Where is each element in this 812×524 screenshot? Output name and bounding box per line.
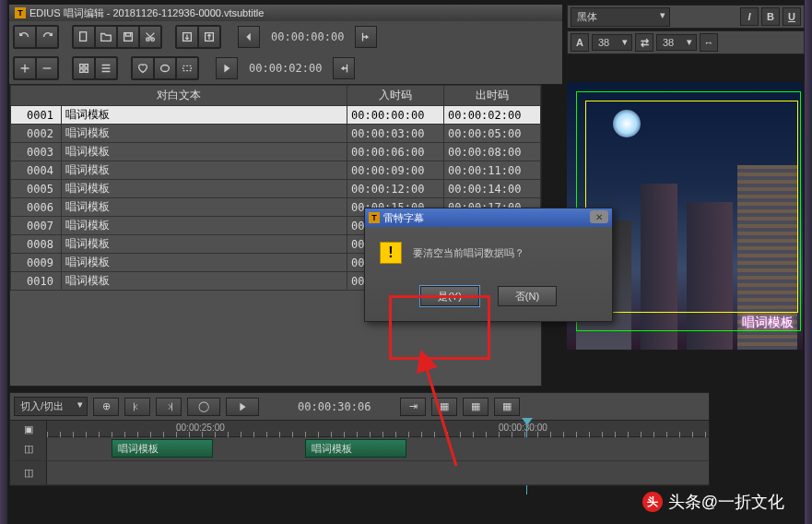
svg-rect-8: [85, 65, 88, 68]
tl-loop[interactable]: ◯: [187, 398, 220, 416]
dialog-close-button[interactable]: ✕: [590, 210, 608, 223]
list-button[interactable]: [95, 57, 117, 79]
watermark: 头 头条@一折文化: [642, 491, 784, 513]
tl-mark-out[interactable]: [156, 398, 182, 416]
timeline-position: 00:00:30:06: [298, 400, 371, 413]
timestamp-1: 00:00:00:00: [264, 30, 351, 43]
grid-button[interactable]: [73, 57, 95, 79]
undo-button[interactable]: [14, 26, 36, 48]
table-row[interactable]: 0001唱词模板00:00:00:0000:00:02:00: [11, 106, 541, 125]
new-button[interactable]: [73, 26, 95, 48]
main-toolbar: 00:00:00:00: [9, 21, 562, 53]
dialog-icon: T: [369, 212, 380, 223]
play-button[interactable]: [216, 57, 238, 79]
app-icon: T: [15, 7, 26, 18]
timestamp-2: 00:00:02:00: [241, 62, 329, 75]
text-size-icon: A: [571, 33, 589, 52]
dialog-titlebar[interactable]: T 雷特字幕 ✕: [365, 208, 612, 227]
clip-2[interactable]: 唱词模板: [305, 439, 406, 458]
track-2[interactable]: ◫: [10, 461, 709, 485]
dialog-yes-button[interactable]: 是(Y): [420, 286, 479, 306]
timeline-ruler[interactable]: 00:00:25:00 00:00:30:00: [47, 421, 709, 437]
link-icon[interactable]: ⇄: [635, 33, 653, 52]
watermark-text: 头条@一折文化: [668, 491, 784, 513]
dialog-no-button[interactable]: 否(N): [498, 286, 557, 306]
mark-in-button[interactable]: [355, 26, 377, 48]
size-toolbar: A 38 ⇄ 38 ↔: [567, 30, 805, 54]
watermark-icon: 头: [642, 492, 663, 512]
remove-button[interactable]: [36, 57, 58, 79]
window-title: EDIUS 唱词编辑 - 20181126-112936-0000.vtsubt…: [29, 6, 264, 20]
import-button[interactable]: [176, 26, 198, 48]
table-row[interactable]: 0004唱词模板00:00:09:0000:00:11:00: [11, 161, 541, 180]
col-out[interactable]: 出时码: [444, 86, 541, 106]
add-button[interactable]: [14, 57, 36, 79]
svg-rect-9: [80, 69, 84, 73]
svg-rect-0: [80, 32, 87, 42]
table-row[interactable]: 0002唱词模板00:00:03:0000:00:05:00: [11, 125, 541, 143]
font-toolbar: 黑体 I B U: [567, 5, 805, 29]
tl-btn1[interactable]: ⊕: [93, 398, 119, 416]
heart-button[interactable]: [132, 57, 154, 79]
save-button[interactable]: [117, 26, 139, 48]
track-head-icon[interactable]: ◫: [10, 461, 47, 484]
col-in[interactable]: 入时码: [347, 86, 444, 106]
dialog-message: 要清空当前唱词数据吗？: [413, 246, 524, 260]
mark-out-button[interactable]: [333, 57, 355, 79]
table-row[interactable]: 0003唱词模板00:00:06:0000:00:08:00: [11, 143, 541, 161]
dialog-title: 雷特字幕: [383, 211, 424, 225]
svg-point-11: [161, 66, 170, 72]
edit-mode-select[interactable]: 切入/切出: [14, 397, 88, 416]
bold-button[interactable]: B: [761, 7, 780, 26]
track-1[interactable]: ◫ 唱词模板 唱词模板: [10, 437, 709, 461]
timeline-panel: 切入/切出 ⊕ ◯ 00:00:30:06 ⇥ ▦ ▦ ▦ ▣ 00:00:25…: [9, 392, 710, 486]
svg-rect-10: [85, 69, 88, 73]
export-button[interactable]: [198, 26, 220, 48]
font-family-select[interactable]: 黑体: [571, 7, 670, 27]
tl-v1[interactable]: ▦: [431, 398, 457, 416]
second-toolbar: 00:00:02:00: [9, 53, 562, 84]
warning-icon: !: [380, 242, 402, 264]
confirm-dialog: T 雷特字幕 ✕ ! 要清空当前唱词数据吗？ 是(Y) 否(N): [364, 208, 613, 322]
col-text[interactable]: 对白文本: [11, 86, 347, 106]
redo-button[interactable]: [36, 26, 58, 48]
window-titlebar: T EDIUS 唱词编辑 - 20181126-112936-0000.vtsu…: [9, 5, 562, 21]
mask-button[interactable]: [154, 57, 176, 79]
clip-1[interactable]: 唱词模板: [112, 439, 213, 458]
tl-v3[interactable]: ▦: [494, 398, 520, 416]
ruler-head-icon[interactable]: ▣: [10, 421, 47, 437]
tl-fit[interactable]: ⇥: [400, 398, 426, 416]
svg-rect-12: [183, 66, 192, 70]
svg-rect-7: [80, 65, 84, 68]
preview-caption: 唱词模板: [742, 315, 794, 331]
type-button[interactable]: [176, 57, 198, 79]
open-button[interactable]: [95, 26, 117, 48]
table-row[interactable]: 0005唱词模板00:00:12:0000:00:14:00: [11, 180, 541, 198]
italic-button[interactable]: I: [740, 7, 759, 26]
prev-button[interactable]: [238, 26, 260, 48]
tl-mark-in[interactable]: [124, 398, 150, 416]
scissors-button[interactable]: [139, 26, 161, 48]
size2-select[interactable]: 38: [656, 34, 697, 51]
size1-select[interactable]: 38: [592, 34, 632, 51]
tl-play[interactable]: [226, 398, 259, 416]
kerning-icon[interactable]: ↔: [700, 33, 718, 52]
tl-v2[interactable]: ▦: [463, 398, 488, 416]
track-head-icon[interactable]: ◫: [10, 437, 47, 460]
underline-button[interactable]: U: [783, 7, 801, 26]
svg-rect-2: [125, 33, 130, 37]
